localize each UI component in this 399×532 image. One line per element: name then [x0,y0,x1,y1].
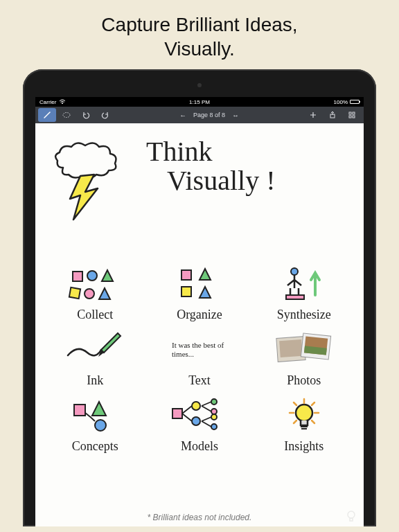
svg-rect-22 [172,409,182,418]
drawing-canvas[interactable]: Think Visually ! Co [35,123,364,526]
svg-point-23 [192,402,200,410]
brainstorm-cloud-drawing [49,140,132,223]
undo-button[interactable] [77,108,95,122]
models-label: Models [154,439,246,454]
wifi-icon [59,99,66,105]
text-label: Text [154,373,246,388]
svg-rect-5 [349,116,351,118]
insights-drawing [258,393,350,438]
gallery-button[interactable] [343,108,361,122]
promo-headline: Capture Brilliant Ideas, Visually. [0,0,399,69]
svg-point-24 [192,417,200,425]
svg-point-1 [63,113,70,118]
svg-point-29 [296,405,312,421]
share-button[interactable] [323,108,342,122]
svg-rect-3 [349,112,351,114]
cell-models: Models [154,393,246,454]
cell-organize: Organize [154,262,246,322]
svg-point-28 [211,424,217,429]
svg-point-25 [211,399,217,405]
cell-photos: Photos [258,328,350,388]
status-bar: Carrier 1:15 PM 100% [35,97,364,107]
svg-rect-7 [73,272,82,281]
svg-point-27 [211,414,217,420]
svg-point-21 [95,420,106,431]
cell-insights: Insights [258,393,350,454]
next-page-button[interactable]: ↔ [232,112,239,119]
app-screen: Carrier 1:15 PM 100% [35,97,364,526]
organize-drawing [154,262,246,306]
ink-label: Ink [49,373,141,388]
clock-label: 1:15 PM [146,99,253,105]
synthesize-label: Synthesize [258,308,350,322]
svg-rect-16 [279,339,303,357]
svg-rect-31 [350,518,353,521]
svg-point-26 [211,409,217,414]
text-sample: It was the best of times... [154,328,246,372]
redo-button[interactable] [96,108,114,122]
cell-concepts: Concepts [49,393,141,454]
tablet-frame: Carrier 1:15 PM 100% [23,69,376,526]
svg-rect-9 [69,287,80,299]
app-toolbar: ← Page 8 of 8 ↔ [35,107,364,123]
svg-rect-12 [181,287,191,296]
cell-synthesize: Synthesize [258,262,350,322]
battery-icon [350,100,360,104]
footer-note: * Brilliant ideas not included. [35,513,364,522]
canvas-title-line2: Visually ! [167,166,275,195]
lightbulb-watermark-icon [346,510,357,524]
concepts-drawing [49,393,141,438]
svg-point-13 [291,268,298,275]
svg-point-8 [87,271,97,281]
text-sample-content: It was the best of times... [172,341,227,359]
svg-point-10 [85,289,94,299]
svg-point-30 [348,511,355,518]
synthesize-drawing [258,262,350,306]
ink-drawing [49,328,141,372]
cell-collect: Collect [49,262,141,322]
svg-rect-11 [181,270,191,280]
collect-label: Collect [49,308,141,322]
photos-drawing [258,328,350,372]
carrier-label: Carrier [39,99,56,105]
canvas-title-line1: Think [146,137,275,166]
cell-text: It was the best of times... Text [154,328,246,388]
lasso-tool-button[interactable] [57,108,76,122]
cell-ink: Ink [49,328,141,388]
canvas-title: Think Visually ! [146,137,275,195]
svg-rect-14 [286,295,304,299]
organize-label: Organize [154,308,246,322]
tablet-camera [197,83,202,87]
headline-line1: Capture Brilliant Ideas, [101,14,297,35]
models-drawing [154,393,246,438]
collect-drawing [49,262,141,306]
page-indicator-label: Page 8 of 8 [193,112,225,118]
svg-rect-20 [74,405,85,416]
page-navigator: ← Page 8 of 8 ↔ [179,112,239,119]
add-button[interactable] [304,108,322,122]
pen-tool-button[interactable] [38,108,56,122]
insights-label: Insights [258,439,350,454]
headline-line2: Visually. [164,38,235,60]
concepts-label: Concepts [49,439,141,454]
photos-label: Photos [258,373,350,388]
svg-point-0 [62,103,63,104]
concept-grid: Collect Organize [49,262,350,454]
prev-page-button[interactable]: ← [179,112,186,119]
svg-rect-4 [353,112,355,114]
svg-rect-6 [353,116,355,118]
battery-label: 100% [334,99,348,105]
